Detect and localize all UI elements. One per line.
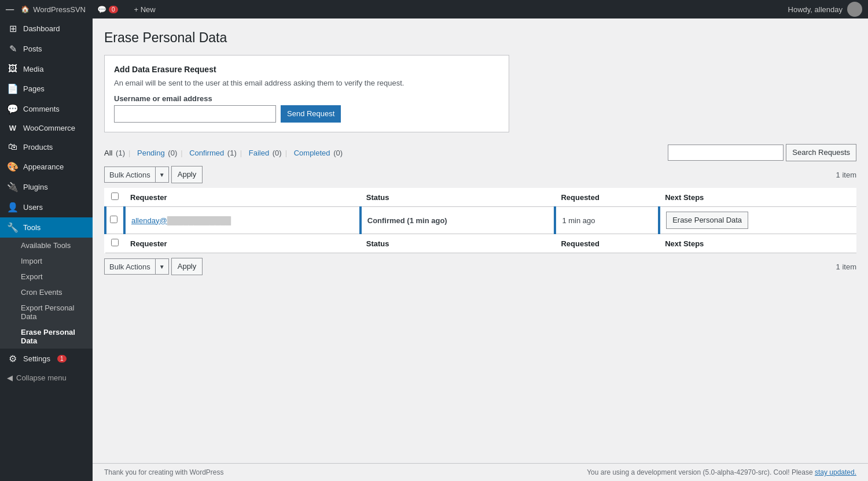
users-icon: 👤: [7, 202, 19, 213]
collapse-menu-button[interactable]: ◀ Collapse menu: [0, 369, 93, 387]
filter-completed-count: (0): [332, 149, 343, 157]
sidebar-item-tools[interactable]: 🔧 Tools: [0, 217, 93, 238]
filter-tab-all[interactable]: All: [104, 149, 112, 157]
sub-item-cron-events[interactable]: Cron Events: [0, 284, 93, 300]
plugins-icon: 🔌: [7, 182, 19, 193]
col-requester: Requester: [124, 188, 361, 207]
select-all-checkbox-footer[interactable]: [105, 234, 124, 253]
section-title: Add Data Erasure Request: [114, 65, 499, 74]
filter-tab-confirmed[interactable]: Confirmed: [189, 149, 224, 157]
sidebar-item-appearance[interactable]: 🎨 Appearance: [0, 157, 93, 177]
filter-tab-failed[interactable]: Failed: [249, 149, 269, 157]
page-title: Erase Personal Data: [104, 30, 856, 46]
apply-button-bottom[interactable]: Apply: [171, 258, 203, 275]
sidebar-item-users[interactable]: 👤 Users: [0, 197, 93, 217]
bulk-actions-arrow-bottom: ▼: [155, 259, 168, 274]
row-checkbox-cell[interactable]: [105, 207, 124, 234]
filter-tab-pending[interactable]: Pending: [137, 149, 165, 157]
col-requested: Requested: [555, 188, 659, 207]
col-next-steps-bottom: Next Steps: [659, 234, 856, 253]
requests-table: Requester Status Requested Next Steps al…: [104, 188, 856, 253]
main-content: Erase Personal Data Add Data Erasure Req…: [93, 18, 868, 481]
sub-item-import[interactable]: Import: [0, 253, 93, 269]
sidebar-item-products[interactable]: 🛍 Products: [0, 137, 93, 157]
filter-bar: All (1) | Pending (0) | Confirmed (1) | …: [104, 144, 856, 161]
username-field-label: Username or email address: [114, 94, 499, 103]
filter-sep-3: |: [240, 149, 242, 157]
table-row: allenday@████████████ Confirmed (1 min a…: [105, 207, 856, 234]
col-status: Status: [361, 188, 556, 207]
sidebar-item-posts[interactable]: ✎ Posts: [0, 39, 93, 59]
new-content-button[interactable]: + New: [130, 5, 160, 14]
search-requests-input[interactable]: [668, 145, 784, 161]
sub-item-export-personal-data[interactable]: Export Personal Data: [0, 300, 93, 324]
sidebar-item-settings[interactable]: ⚙ Settings 1: [0, 349, 93, 369]
sidebar-menu: ⊞ Dashboard ✎ Posts 🖼 Media 📄 Pages 💬 Co…: [0, 18, 93, 238]
sidebar-item-plugins[interactable]: 🔌 Plugins: [0, 177, 93, 197]
sub-item-available-tools[interactable]: Available Tools: [0, 238, 93, 253]
avatar[interactable]: [847, 2, 862, 17]
bulk-actions-label-top: Bulk Actions: [105, 171, 155, 179]
sidebar-item-dashboard[interactable]: ⊞ Dashboard: [0, 18, 93, 39]
filter-failed-count: (0): [270, 149, 282, 157]
comment-count-badge: 0: [109, 6, 118, 13]
stay-updated-link[interactable]: stay updated.: [815, 468, 856, 476]
bulk-actions-arrow-top: ▼: [155, 167, 168, 182]
sidebar-item-media[interactable]: 🖼 Media: [0, 59, 93, 79]
comment-bubble-icon: 💬: [97, 5, 106, 14]
row-requested-cell: 1 min ago: [555, 207, 659, 234]
filter-tabs: All (1) | Pending (0) | Confirmed (1) | …: [104, 149, 343, 157]
howdy-label: Howdy, allenday: [788, 2, 862, 17]
table-header-row: Requester Status Requested Next Steps: [105, 188, 856, 207]
search-box: Search Requests: [668, 144, 856, 161]
items-count-top: 1 item: [836, 171, 856, 179]
wp-logo-icon[interactable]: ─: [6, 3, 14, 16]
woocommerce-icon: W: [7, 124, 19, 132]
select-all-checkbox-bottom[interactable]: [111, 239, 119, 246]
items-count-bottom: 1 item: [836, 262, 856, 271]
sidebar: ⊞ Dashboard ✎ Posts 🖼 Media 📄 Pages 💬 Co…: [0, 18, 93, 481]
table-footer-header-row: Requester Status Requested Next Steps: [105, 234, 856, 253]
erase-personal-data-button[interactable]: Erase Personal Data: [666, 212, 748, 229]
footer-right: You are using a development version (5.0…: [587, 468, 856, 476]
sidebar-item-woocommerce[interactable]: W WooCommerce: [0, 119, 93, 137]
bulk-actions-dropdown-top[interactable]: Bulk Actions ▼: [104, 166, 169, 183]
filter-sep-2: |: [181, 149, 182, 157]
search-requests-button[interactable]: Search Requests: [786, 144, 856, 161]
select-all-checkbox-header[interactable]: [105, 188, 124, 207]
row-checkbox[interactable]: [110, 216, 117, 223]
comments-bar-item[interactable]: 💬 0: [93, 5, 123, 14]
col-requested-bottom: Requested: [555, 234, 659, 253]
bulk-actions-dropdown-bottom[interactable]: Bulk Actions ▼: [104, 258, 169, 275]
admin-bar: ─ 🏠 WordPressSVN 💬 0 + New Howdy, allend…: [0, 0, 868, 18]
bulk-actions-label-bottom: Bulk Actions: [105, 262, 155, 271]
col-next-steps: Next Steps: [659, 188, 856, 207]
filter-sep-1: |: [128, 149, 130, 157]
media-icon: 🖼: [7, 64, 19, 74]
table-top-actions: Bulk Actions ▼ Apply 1 item: [104, 166, 856, 183]
select-all-checkbox[interactable]: [111, 193, 119, 200]
field-row: Send Request: [114, 105, 499, 123]
sub-item-erase-personal-data[interactable]: Erase Personal Data: [0, 324, 93, 349]
bulk-actions-top: Bulk Actions ▼ Apply: [104, 166, 203, 183]
products-icon: 🛍: [7, 142, 19, 152]
tools-submenu: Available Tools Import Export Cron Event…: [0, 238, 93, 349]
posts-icon: ✎: [7, 43, 19, 54]
apply-button-top[interactable]: Apply: [171, 166, 203, 183]
requester-link[interactable]: allenday@████████████: [131, 216, 231, 225]
footer: Thank you for creating with WordPress Yo…: [93, 463, 868, 481]
username-email-input[interactable]: [114, 105, 276, 123]
sidebar-item-pages[interactable]: 📄 Pages: [0, 79, 93, 99]
tools-icon: 🔧: [7, 222, 19, 233]
sidebar-item-comments[interactable]: 💬 Comments: [0, 99, 93, 119]
sub-item-export[interactable]: Export: [0, 269, 93, 284]
settings-icon: ⚙: [7, 353, 19, 364]
dashboard-icon: ⊞: [7, 23, 19, 34]
site-name[interactable]: 🏠 WordPressSVN: [21, 5, 86, 14]
filter-tab-completed[interactable]: Completed: [294, 149, 330, 157]
status-text: Confirmed (1 min ago): [367, 216, 447, 225]
add-request-description: An email will be sent to the user at thi…: [114, 79, 499, 87]
col-requester-bottom: Requester: [124, 234, 361, 253]
send-request-button[interactable]: Send Request: [281, 105, 341, 123]
house-icon: 🏠: [21, 5, 30, 13]
